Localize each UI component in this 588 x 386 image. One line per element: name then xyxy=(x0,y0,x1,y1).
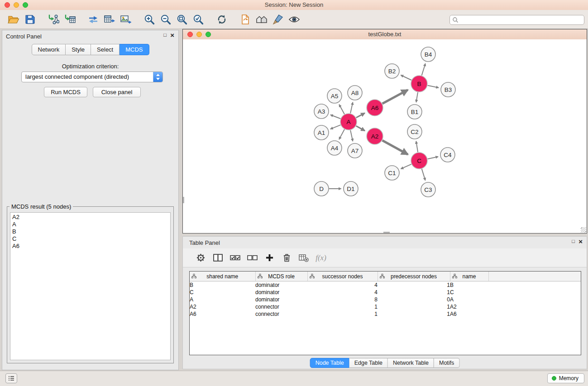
graph-edge-B-B1[interactable] xyxy=(416,92,418,102)
export-table-button[interactable] xyxy=(101,12,118,27)
close-panel-button[interactable]: Close panel xyxy=(93,87,141,97)
mcds-result-list[interactable]: A2ABCA6 xyxy=(10,212,171,360)
graph-node-A2[interactable]: A2 xyxy=(367,128,383,144)
graph-node-A7[interactable]: A7 xyxy=(348,143,362,158)
table-row[interactable]: Adominator80A xyxy=(190,296,581,303)
save-session-button[interactable] xyxy=(22,12,38,27)
graph-node-B1[interactable]: B1 xyxy=(407,105,422,119)
graph-node-A3[interactable]: A3 xyxy=(314,104,329,119)
tab-motifs[interactable]: Motifs xyxy=(434,358,459,368)
add-row-button[interactable] xyxy=(261,251,278,265)
graph-node-A4[interactable]: A4 xyxy=(327,141,342,155)
refresh-view-button[interactable] xyxy=(214,12,230,27)
graph-node-B[interactable]: B xyxy=(411,76,427,92)
tab-edge-table[interactable]: Edge Table xyxy=(349,358,388,368)
horizontal-scrollbar-stub[interactable] xyxy=(383,232,390,233)
graph-edge-B-B3[interactable] xyxy=(428,86,439,88)
function-builder-button[interactable]: f(x) xyxy=(312,251,330,265)
zoom-selected-button[interactable] xyxy=(190,12,206,27)
criterion-dropdown[interactable]: largest connected component (directed) xyxy=(21,71,163,82)
memory-button[interactable]: Memory xyxy=(547,373,584,383)
graph-node-A6[interactable]: A6 xyxy=(367,100,383,116)
graph-edge-A6-B[interactable] xyxy=(382,90,408,104)
graph-edge-A-A5[interactable] xyxy=(339,105,344,114)
network-canvas[interactable]: B4B2BB3A5A8A6B1A3AC2A1A2A4A7CC4C1C3DD1 xyxy=(183,39,587,233)
column-header-predecessor-nodes[interactable]: predecessor nodes xyxy=(378,272,450,281)
tab-network-table[interactable]: Network Table xyxy=(388,358,434,368)
table-float-icon[interactable]: □ xyxy=(572,238,575,245)
graph-node-B4[interactable]: B4 xyxy=(421,47,435,62)
float-panel-icon[interactable]: □ xyxy=(163,32,167,38)
network-graph[interactable]: B4B2BB3A5A8A6B1A3AC2A1A2A4A7CC4C1C3DD1 xyxy=(183,39,587,233)
graph-edge-C-C1[interactable] xyxy=(401,164,411,169)
column-header-MCDS-role[interactable]: MCDS role xyxy=(255,272,307,281)
task-history-button[interactable] xyxy=(5,373,17,383)
result-item[interactable]: A6 xyxy=(10,243,170,250)
column-header-name[interactable]: name xyxy=(450,272,488,281)
graph-edge-C-C4[interactable] xyxy=(428,157,438,159)
zoom-in-button[interactable] xyxy=(141,12,158,27)
graph-node-A[interactable]: A xyxy=(340,114,357,130)
tab-select[interactable]: Select xyxy=(91,44,120,55)
export-image-button[interactable] xyxy=(118,12,134,27)
graph-node-B2[interactable]: B2 xyxy=(385,64,399,78)
graph-node-C3[interactable]: C3 xyxy=(421,182,435,197)
result-item[interactable]: A xyxy=(10,221,170,228)
run-mcds-button[interactable]: Run MCDS xyxy=(44,87,87,97)
graph-edge-A2-C[interactable] xyxy=(382,140,408,154)
graph-edge-C-C3[interactable] xyxy=(422,169,425,181)
tab-mcds[interactable]: MCDS xyxy=(120,44,149,55)
show-hide-button[interactable] xyxy=(286,12,302,27)
graph-edge-A-A1[interactable] xyxy=(330,125,341,129)
graph-edge-C-C2[interactable] xyxy=(416,141,418,152)
search-field[interactable] xyxy=(449,15,584,25)
resize-grip[interactable] xyxy=(581,227,586,233)
graph-node-C2[interactable]: C2 xyxy=(407,124,422,139)
import-table-button[interactable] xyxy=(62,12,78,27)
graph-node-C4[interactable]: C4 xyxy=(440,148,455,162)
graph-edge-A-A2[interactable] xyxy=(356,126,365,131)
dropdown-stepper-icon[interactable] xyxy=(153,72,163,82)
graph-edge-B-B4[interactable] xyxy=(422,64,425,76)
open-session-button[interactable] xyxy=(5,12,22,27)
table-row[interactable]: Cdominator41C xyxy=(190,289,581,296)
graph-node-D[interactable]: D xyxy=(314,181,329,196)
show-columns-button[interactable] xyxy=(209,251,226,265)
graph-node-A5[interactable]: A5 xyxy=(327,89,342,103)
graph-node-C[interactable]: C xyxy=(411,152,427,169)
graph-node-C1[interactable]: C1 xyxy=(385,166,399,180)
graph-node-D1[interactable]: D1 xyxy=(344,181,358,196)
home-networks-button[interactable] xyxy=(253,12,270,27)
table-settings-button[interactable] xyxy=(192,251,209,265)
zoom-fit-button[interactable] xyxy=(174,12,190,27)
vertical-scrollbar-stub[interactable] xyxy=(183,197,184,203)
graph-node-A8[interactable]: A8 xyxy=(348,86,362,100)
export-network-button[interactable] xyxy=(85,12,101,27)
delete-rows-button[interactable] xyxy=(278,251,295,265)
graph-edge-B-B2[interactable] xyxy=(401,75,411,80)
tab-node-table[interactable]: Node Table xyxy=(310,358,349,368)
tab-network[interactable]: Network xyxy=(31,44,66,55)
table-close-icon[interactable]: × xyxy=(578,238,583,245)
column-header-successor-nodes[interactable]: successor nodes xyxy=(307,272,378,281)
open-network-file-button[interactable] xyxy=(237,12,253,27)
result-item[interactable]: C xyxy=(10,235,170,243)
import-network-button[interactable] xyxy=(45,12,62,27)
result-item[interactable]: B xyxy=(10,228,170,235)
table-row[interactable]: A6connector11A6 xyxy=(190,310,581,318)
tab-style[interactable]: Style xyxy=(66,44,91,55)
delete-table-button[interactable] xyxy=(295,251,312,265)
result-item[interactable]: A2 xyxy=(10,214,170,221)
graph-node-B3[interactable]: B3 xyxy=(441,82,455,97)
graph-edge-A-A6[interactable] xyxy=(356,113,365,118)
zoom-out-button[interactable] xyxy=(158,12,174,27)
apply-style-button[interactable] xyxy=(270,12,286,27)
column-header-shared-name[interactable]: shared name xyxy=(190,272,255,281)
table-row[interactable]: Bdominator41B xyxy=(190,281,581,289)
select-none-button[interactable] xyxy=(244,251,261,265)
search-input[interactable] xyxy=(460,16,581,24)
graph-edge-A-A8[interactable] xyxy=(350,102,353,114)
graph-edge-A-A7[interactable] xyxy=(350,130,353,142)
close-panel-icon[interactable]: × xyxy=(170,32,174,38)
select-all-button[interactable] xyxy=(226,251,244,265)
